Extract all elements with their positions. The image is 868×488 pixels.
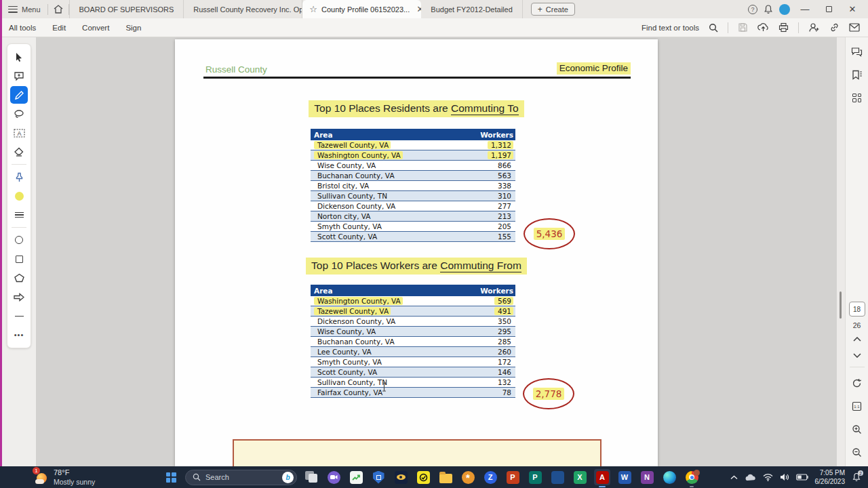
page-number-input[interactable]: 18 [849,302,865,317]
line-tool[interactable] [10,307,28,325]
minimize-icon[interactable]: — [796,4,814,14]
document-canvas[interactable]: Russell County Economic Profile Top 10 P… [36,37,837,466]
weather-widget[interactable]: 1 78°F Mostly sunny [0,468,163,486]
menu-button[interactable]: Menu [22,5,41,14]
help-icon[interactable]: ? [748,5,757,14]
ellipse-tool[interactable] [10,231,28,249]
volume-icon[interactable] [780,473,789,481]
table-row[interactable]: Scott County, VA146 [311,367,515,378]
word[interactable]: W [616,469,633,485]
select-tool[interactable] [10,48,28,66]
file-explorer[interactable] [437,469,454,485]
tab-board-of-supervisors[interactable]: BOARD OF SUPERVISORS [69,0,184,18]
home-icon[interactable] [48,5,68,14]
arrow-tool[interactable] [10,288,28,306]
all-tools-menu[interactable]: All tools [9,24,36,32]
page-down-icon[interactable] [848,348,866,362]
table-row[interactable]: Sullivan County, TN132 [311,378,515,388]
taskbar-search[interactable]: Search b [185,470,297,485]
zoom-app[interactable]: Z [482,469,498,485]
add-comment-tool[interactable] [10,67,28,85]
onenote[interactable]: N [639,469,655,485]
stocks-app[interactable] [348,469,364,485]
onedrive-cloud-icon[interactable] [745,474,756,481]
lasso-tool[interactable] [10,105,28,123]
table-row[interactable]: Scott County, VA155 [311,232,515,242]
taskbar-clock[interactable]: 7:05 PM 6/26/2023 [815,468,846,486]
polygon-tool[interactable] [10,269,28,287]
highlight-tool[interactable] [10,187,28,205]
table-row[interactable]: Washington County, VA1,197 [311,150,515,161]
close-tab-icon[interactable]: ✕ [416,4,421,14]
notification-bell-icon[interactable]: 2 [852,472,861,482]
tab-russell-county-recovery[interactable]: Russell County Recovery Inc. Opi... [184,0,302,18]
table-row[interactable]: Norton city, VA213 [311,211,515,222]
vertical-scrollbar[interactable] [837,37,845,466]
table-row[interactable]: Dickenson County, VA277 [311,201,515,211]
pdf-page[interactable]: Russell County Economic Profile Top 10 P… [175,39,658,466]
search-icon[interactable] [709,23,718,33]
link-icon[interactable] [829,22,840,33]
hamburger-menu-icon[interactable] [8,6,18,13]
vision-app[interactable] [393,469,409,485]
wifi-icon[interactable] [763,474,773,481]
star-icon[interactable]: ☆ [309,4,317,14]
start-button[interactable] [163,469,179,485]
page-up-icon[interactable] [848,332,866,346]
rectangle-tool[interactable] [10,250,28,268]
zoom-in-icon[interactable] [848,420,866,438]
page-thumbnails-icon[interactable] [848,89,866,106]
table-row[interactable]: Smyth County, VA172 [311,357,515,367]
edge[interactable] [661,469,677,485]
notifications-bell-icon[interactable] [764,4,773,14]
spreadsheet-grid-app[interactable] [549,469,566,485]
table-row[interactable]: Wise County, VA295 [311,327,515,337]
sign-menu[interactable]: Sign [125,24,141,32]
acrobat-active-app[interactable]: A [594,469,610,485]
erase-tool[interactable] [10,143,28,161]
excel[interactable]: X [572,469,588,485]
convert-menu[interactable]: Convert [82,24,109,32]
video-meeting-app[interactable] [326,469,342,485]
close-icon[interactable]: ✕ [844,4,861,14]
email-icon[interactable] [849,23,860,32]
table-row[interactable]: Smyth County, VA205 [311,222,515,232]
table-row[interactable]: Tazewell County, VA1,312 [311,140,515,150]
battery-icon[interactable] [796,474,808,481]
table-row[interactable]: Wise County, VA866 [311,161,515,171]
task-view[interactable] [303,469,319,485]
tab-budget-fy2012[interactable]: Budget FY2012-Detailed [421,0,522,18]
find-text-label[interactable]: Find text or tools [642,24,699,32]
comments-panel-icon[interactable] [848,43,866,60]
edit-menu[interactable]: Edit [52,24,66,32]
table-row[interactable]: Lee County, VA260 [311,347,515,357]
table-row[interactable]: Fairfax County, VA78 [311,388,515,398]
table-row[interactable]: Buchanan County, VA563 [311,171,515,181]
text-box-tool[interactable]: A [10,124,28,142]
refresh-icon[interactable] [848,374,866,392]
print-icon[interactable] [778,22,789,33]
checklist-app[interactable] [415,469,431,485]
draw-tool[interactable] [10,86,28,104]
publisher[interactable]: P [527,469,543,485]
table-row[interactable]: Dickenson County, VA350 [311,317,515,327]
zoom-out-icon[interactable] [848,443,866,461]
table-row[interactable]: Sullivan County, TN310 [311,191,515,201]
tab-county-profile-active[interactable]: ☆ County Profile 06152023... ✕ [302,0,421,18]
pin-tool[interactable] [10,168,28,186]
asterisk-app[interactable]: * [460,469,476,485]
table-row[interactable]: Tazewell County, VA491 [311,306,515,317]
tray-chevron-up-icon[interactable] [730,475,738,480]
table-row[interactable]: Buchanan County, VA285 [311,337,515,347]
save-icon[interactable] [738,22,748,33]
create-button[interactable]: + Create [531,3,575,16]
shield-app[interactable] [370,469,387,485]
table-row[interactable]: Bristol city, VA338 [311,181,515,191]
scrollbar-thumb[interactable] [840,291,842,319]
add-user-icon[interactable] [808,22,820,33]
text-lines-tool[interactable] [10,206,28,224]
table-row[interactable]: Washington County, VA569 [311,296,515,306]
account-avatar[interactable] [779,4,790,15]
share-upload-icon[interactable] [757,22,769,33]
actual-size-icon[interactable]: 1:1 [848,397,866,415]
